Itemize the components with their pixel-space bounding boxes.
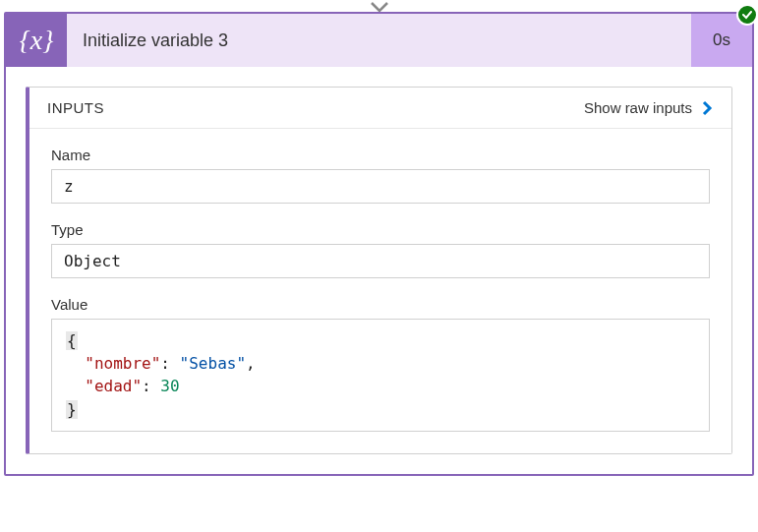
inputs-panel: INPUTS Show raw inputs Name z Type Objec… (26, 87, 732, 454)
field-label-type: Type (51, 221, 710, 238)
show-raw-label: Show raw inputs (584, 99, 692, 116)
card-body: INPUTS Show raw inputs Name z Type Objec… (6, 67, 752, 474)
field-value-type[interactable]: Object (51, 244, 710, 278)
field-label-value: Value (51, 296, 710, 313)
field-value-name[interactable]: z (51, 169, 710, 204)
card-header[interactable]: {x} Initialize variable 3 0s (6, 14, 752, 67)
field-value-json[interactable]: { "nombre": "Sebas", "edad": 30 } (51, 319, 710, 432)
flow-arrow-icon (0, 0, 758, 12)
action-card[interactable]: {x} Initialize variable 3 0s INPUTS Show… (4, 12, 754, 476)
field-type: Type Object (51, 221, 710, 278)
inputs-header: INPUTS Show raw inputs (29, 88, 731, 129)
field-label-name: Name (51, 147, 710, 163)
variable-icon: {x} (6, 14, 67, 67)
chevron-right-icon (700, 100, 714, 116)
card-title: Initialize variable 3 (67, 14, 691, 67)
field-name: Name z (51, 147, 710, 204)
show-raw-inputs-button[interactable]: Show raw inputs (584, 99, 714, 116)
inputs-content: Name z Type Object Value { "nombre": "Se… (29, 129, 731, 453)
inputs-label: INPUTS (47, 99, 104, 116)
field-value: Value { "nombre": "Sebas", "edad": 30 } (51, 296, 710, 432)
success-badge-icon (736, 4, 758, 26)
